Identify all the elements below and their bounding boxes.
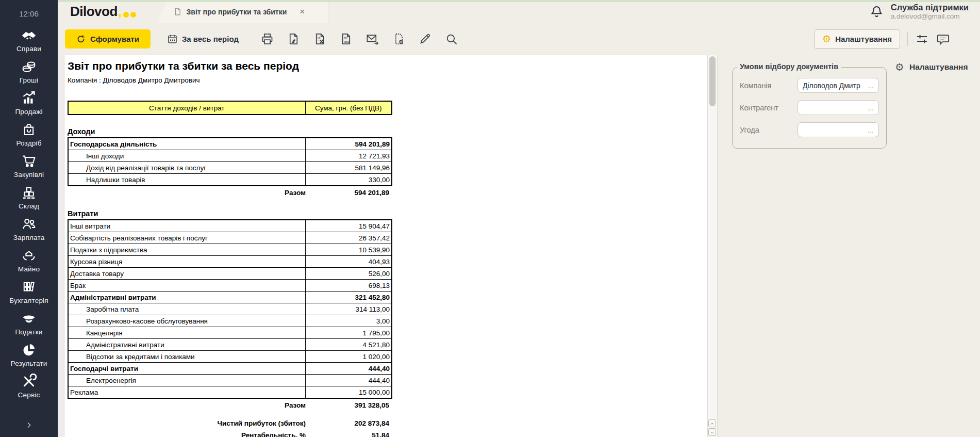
- export-csv-button[interactable]: csv: [339, 32, 353, 46]
- logo-dot: [130, 12, 136, 18]
- sales-chart-icon: [20, 90, 38, 106]
- sidebar-item[interactable]: Зарплата: [0, 213, 58, 244]
- table-row: Господарчі витрати 444,40: [68, 363, 392, 375]
- sidebar-nav: Справи Гроші Продажі Роздріб Закупівлі С…: [0, 24, 58, 401]
- cart-icon: [20, 153, 38, 169]
- tab-close-icon[interactable]: ×: [300, 7, 305, 16]
- settings-label: Налаштування: [835, 35, 892, 43]
- lookup-ellipsis-button[interactable]: ...: [868, 126, 874, 134]
- table-row: Податки з підприємства 10 539,90: [68, 244, 392, 256]
- table-row: Інші доходи 12 721,93: [68, 150, 392, 162]
- support-title: Служба підтримки: [891, 2, 969, 13]
- lookup-ellipsis-button[interactable]: ...: [868, 104, 874, 112]
- edit-button[interactable]: [418, 32, 432, 46]
- scrollbar-thumb[interactable]: [709, 56, 716, 106]
- send-email-button[interactable]: [366, 32, 379, 46]
- expenses-table: Інші витрати 15 904,47 Собівартість реал…: [68, 219, 392, 399]
- export-xls-icon: [313, 40, 327, 47]
- sidebar-item[interactable]: Склад: [0, 181, 58, 213]
- refresh-icon: [76, 35, 86, 44]
- sidebar-item[interactable]: Справи: [0, 24, 58, 55]
- logo-comma: ,: [118, 4, 122, 20]
- sidebar-expand-button[interactable]: [0, 418, 58, 434]
- support-block: Служба підтримки a.delovod@gmail.com: [870, 2, 980, 22]
- filter-field-input[interactable]: Діловодов Дмитр ...: [798, 78, 879, 93]
- period-label: За весь період: [182, 35, 239, 43]
- export-pdf-icon: [287, 40, 301, 47]
- sidebar-item[interactable]: Податки: [0, 307, 58, 338]
- lookup-ellipsis-button[interactable]: ...: [868, 82, 874, 90]
- document-settings-icon: [392, 40, 406, 47]
- export-xls-button[interactable]: [313, 32, 327, 46]
- generate-button[interactable]: Сформувати: [65, 29, 151, 48]
- panel-settings-link[interactable]: ⚙ Налаштування: [895, 62, 968, 72]
- sidebar-item[interactable]: Майно: [0, 244, 58, 276]
- sidebar-item[interactable]: Результати: [0, 338, 58, 370]
- report-title: Звіт про прибутки та збитки за весь пері…: [68, 60, 707, 72]
- document-filter-fieldset: Умови відбору документів Компанія Ділово…: [732, 67, 887, 149]
- tab-title: Звіт про прибутки та збитки: [187, 8, 287, 16]
- table-row: Адміністративні витрати 321 452,80: [68, 292, 392, 303]
- dilovod-logo[interactable]: Dilovod,: [70, 4, 136, 20]
- accounting-icon: [20, 279, 38, 295]
- sidebar-item[interactable]: Закупівлі: [0, 150, 58, 181]
- filters-panel: Умови відбору документів Компанія Ділово…: [717, 55, 980, 437]
- filters-icon: [915, 40, 929, 47]
- table-row: Доставка товару 526,00: [68, 268, 392, 280]
- table-row: Дохід від реалізації товарів та послуг 5…: [68, 162, 392, 174]
- report-company-line: Компанія : Діловодов Дмитро Дмитрович: [68, 76, 707, 84]
- table-row: Інші витрати 15 904,47: [68, 220, 392, 232]
- table-row: Адміністративні витрати 4 521,80: [68, 339, 392, 351]
- warehouse-icon: [20, 184, 38, 201]
- search-button[interactable]: [444, 32, 458, 46]
- page-gutter: [58, 55, 64, 437]
- filters-button[interactable]: [915, 32, 929, 46]
- filter-field-row: Компанія Діловодов Дмитр ...: [740, 78, 879, 93]
- settings-button[interactable]: ⚙ Налаштування: [814, 29, 900, 48]
- gear-icon: ⚙: [822, 34, 831, 44]
- net-profit-row: Чистий прибуток (збиток) 202 873,84: [68, 419, 391, 427]
- report-page: Звіт про прибутки та збитки за весь пері…: [64, 55, 707, 437]
- sidebar-item[interactable]: Роздріб: [0, 118, 58, 150]
- filter-field-input[interactable]: ...: [798, 122, 879, 137]
- table-row: Розрахунково-касове обслуговування 3,00: [68, 315, 392, 327]
- scroll-down-button[interactable]: [708, 428, 716, 436]
- sidebar-item[interactable]: Продажі: [0, 87, 58, 118]
- sidebar-item[interactable]: Сервіс: [0, 370, 58, 401]
- document-settings-button[interactable]: [392, 32, 406, 46]
- expenses-total-value: 391 328,05: [306, 401, 391, 409]
- printer-icon: [260, 40, 274, 47]
- sidebar-item[interactable]: Бухгалтерія: [0, 276, 58, 307]
- bell-icon[interactable]: [870, 5, 884, 19]
- tab-report[interactable]: Звіт про прибутки та збитки ×: [158, 0, 328, 23]
- income-section-title: Доходи: [68, 127, 707, 136]
- topbar: Dilovod, Звіт про прибутки та збитки × С…: [58, 0, 980, 23]
- sidebar-item[interactable]: Гроші: [0, 55, 58, 87]
- toolbar-icon-group: csv: [260, 32, 458, 46]
- support-text: Служба підтримки a.delovod@gmail.com: [891, 2, 969, 22]
- income-total-value: 594 201,89: [306, 189, 391, 197]
- comments-button[interactable]: [936, 32, 950, 46]
- expenses-total-row: Разом 391 328,05: [68, 401, 391, 409]
- document-icon: [173, 7, 182, 17]
- table-row: Курсова різниця 404,93: [68, 256, 392, 268]
- top-progress-strip: [58, 0, 980, 2]
- export-csv-icon: csv: [339, 40, 353, 47]
- table-row: Канцелярія 1 795,00: [68, 327, 392, 339]
- export-pdf-button[interactable]: [287, 32, 301, 46]
- retail-bag-icon: [20, 121, 38, 138]
- scroll-up-button[interactable]: [708, 419, 716, 427]
- income-total-row: Разом 594 201,89: [68, 189, 391, 197]
- table-row: Собівартість реалізованих товарів і посл…: [68, 232, 392, 244]
- period-selector[interactable]: За весь період: [167, 34, 239, 44]
- table-row: Брак 698,13: [68, 280, 392, 292]
- income-total-label: Разом: [68, 189, 306, 197]
- table-row: Електроенергія 444,40: [68, 375, 392, 386]
- employees-icon: [20, 216, 38, 232]
- comments-icon: [936, 40, 950, 47]
- panel-settings-label: Налаштування: [909, 62, 968, 72]
- chevron-right-icon: [25, 421, 33, 431]
- filter-field-input[interactable]: ...: [798, 100, 879, 115]
- pie-chart-icon: [20, 342, 38, 358]
- print-button[interactable]: [260, 32, 274, 46]
